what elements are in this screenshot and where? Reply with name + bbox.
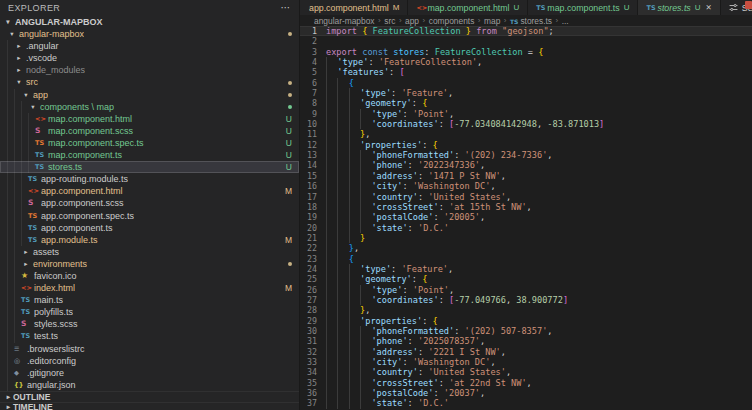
indent-guide — [14, 161, 21, 173]
code-line-7[interactable]: 7'type': 'Feature', — [300, 88, 752, 98]
tree-item-node-modules[interactable]: ▸node_modules — [0, 64, 299, 76]
code-line-22[interactable]: 22}, — [300, 243, 752, 253]
breadcrumb-item-app[interactable]: app — [405, 16, 419, 26]
tree-item-angular-mapbox[interactable]: ▾angular-mapbox — [0, 28, 299, 40]
tree-root-folder[interactable]: ▾ ANGULAR-MAPBOX — [0, 16, 299, 28]
tree-item-environments[interactable]: ▸environments — [0, 258, 299, 270]
code-line-26[interactable]: 26'type': 'Point', — [300, 285, 752, 295]
breadcrumb-label: stores.ts — [520, 16, 552, 26]
code-line-17[interactable]: 17'country': 'United States', — [300, 192, 752, 202]
code-token: { — [422, 98, 427, 108]
tree-item-test-ts[interactable]: TStest.ts — [0, 330, 299, 342]
tree-item-app-component-ts[interactable]: TSapp.component.ts — [0, 222, 299, 234]
tree-item-app-module-ts[interactable]: TSapp.module.tsM — [0, 234, 299, 246]
code-token: '(202) 507-8357' — [465, 326, 548, 336]
indent-guide — [349, 150, 360, 160]
code-line-8[interactable]: 8'geometry': { — [300, 98, 752, 108]
code-line-6[interactable]: 6{ — [300, 78, 752, 88]
code-line-18[interactable]: 18'crossStreet': 'at 15th St NW', — [300, 202, 752, 212]
code-line-23[interactable]: 23{ — [300, 254, 752, 264]
code-line-33[interactable]: 33'city': 'Washington DC', — [300, 357, 752, 367]
code-line-12[interactable]: 12'properties': { — [300, 140, 752, 150]
tree-item-components-map[interactable]: ▾components \ map — [0, 101, 299, 113]
code-line-37[interactable]: 37'state': 'D.C.' — [300, 398, 752, 408]
tree-item-app-component-scss[interactable]: Sapp.component.scss — [0, 197, 299, 209]
tree-item-browserslistrc[interactable]: ☰.browserslistrc — [0, 343, 299, 355]
code-line-32[interactable]: 32'address': '2221 I St NW', — [300, 347, 752, 357]
tab-map-component-html[interactable]: <>map.component.htmlU — [408, 0, 528, 15]
code-line-3[interactable]: 3export const stores: FeatureCollection … — [300, 47, 752, 57]
code-line-35[interactable]: 35'crossStreet': 'at 22nd St NW', — [300, 378, 752, 388]
close-icon[interactable]: ✕ — [706, 3, 712, 12]
tree-item-src[interactable]: ▾src — [0, 76, 299, 88]
line-number: 17 — [300, 192, 326, 202]
tree-item-angular-json[interactable]: {}angular.json — [0, 379, 299, 391]
tree-item-assets[interactable]: ▸assets — [0, 246, 299, 258]
tree-item-angular[interactable]: ▸.angular — [0, 40, 299, 52]
code-line-27[interactable]: 27'coordinates': [-77.049766, 38.900772] — [300, 295, 752, 305]
tree-item-stores-ts[interactable]: TSstores.tsU — [0, 161, 299, 173]
code-line-10[interactable]: 10'coordinates': [-77.034084142948, -83.… — [300, 119, 752, 129]
code-editor[interactable]: 1import { FeatureCollection } from "geoj… — [300, 26, 752, 410]
code-line-2[interactable]: 2 — [300, 36, 752, 46]
tree-item-editorconfig[interactable]: ◎.editorconfig — [0, 355, 299, 367]
timeline-section-header[interactable]: ▸ TIMELINE — [0, 402, 299, 410]
code-line-5[interactable]: 5'features': [ — [300, 67, 752, 77]
tree-item-vscode[interactable]: ▸.vscode — [0, 52, 299, 64]
code-token: , — [527, 202, 532, 212]
code-token: , — [506, 367, 511, 377]
tree-item-map-component-html[interactable]: <>map.component.htmlU — [0, 113, 299, 125]
code-line-14[interactable]: 14'phone': '2022347336', — [300, 160, 752, 170]
indent-guide — [326, 264, 337, 274]
tree-item-index-html[interactable]: <>index.htmlM — [0, 282, 299, 294]
tree-item-styles-scss[interactable]: Sstyles.scss — [0, 318, 299, 330]
code-line-13[interactable]: 13'phoneFormatted': '(202) 234-7336', — [300, 150, 752, 160]
more-actions-icon[interactable]: ⋯ — [281, 5, 291, 11]
code-line-30[interactable]: 30'phoneFormatted': '(202) 507-8357', — [300, 326, 752, 336]
code-line-16[interactable]: 16'city': 'Washington DC', — [300, 181, 752, 191]
code-line-1[interactable]: 1import { FeatureCollection } from "geoj… — [300, 26, 752, 36]
code-line-11[interactable]: 11}, — [300, 129, 752, 139]
line-number: 33 — [300, 357, 326, 367]
breadcrumb-item-src[interactable]: src — [384, 16, 395, 26]
code-line-24[interactable]: 24'type': 'Feature', — [300, 264, 752, 274]
tab-stores-ts[interactable]: TSstores.tsU✕ — [638, 0, 720, 15]
code-line-25[interactable]: 25'geometry': { — [300, 274, 752, 284]
tree-item-favicon-ico[interactable]: ★favicon.ico — [0, 270, 299, 282]
code-line-9[interactable]: 9'type': 'Point', — [300, 109, 752, 119]
breadcrumb-item-stores-ts[interactable]: TSstores.ts — [510, 16, 552, 26]
code-line-34[interactable]: 34'country': 'United States', — [300, 367, 752, 377]
code-line-31[interactable]: 31'phone': '2025078357', — [300, 336, 752, 346]
tree-item-gitignore[interactable]: ◆.gitignore — [0, 367, 299, 379]
code-line-21[interactable]: 21} — [300, 233, 752, 243]
breadcrumb-item-components[interactable]: components — [429, 16, 475, 26]
tree-item-app-component-spec-ts[interactable]: TSapp.component.spec.ts — [0, 210, 299, 222]
code-token: : — [439, 202, 449, 212]
code-line-19[interactable]: 19'postalCode': '20005', — [300, 212, 752, 222]
tree-item-map-component-spec-ts[interactable]: TSmap.component.spec.tsU — [0, 137, 299, 149]
breadcrumb-item-angular-mapbox[interactable]: angular-mapbox — [314, 16, 375, 26]
tree-item-app[interactable]: ▾app — [0, 89, 299, 101]
tree-item-map-component-scss[interactable]: Smap.component.scssU — [0, 125, 299, 137]
code-line-20[interactable]: 20'state': 'D.C.' — [300, 223, 752, 233]
code-token: , — [547, 150, 552, 160]
code-line-28[interactable]: 28}, — [300, 305, 752, 315]
indent-guide — [7, 76, 14, 88]
outline-section-header[interactable]: ▸ OUTLINE — [0, 391, 299, 402]
tree-item-main-ts[interactable]: TSmain.ts — [0, 294, 299, 306]
code-line-29[interactable]: 29'properties': { — [300, 316, 752, 326]
code-line-15[interactable]: 15'address': '1471 P St NW', — [300, 171, 752, 181]
breadcrumb-item-[interactable]: ... — [562, 16, 569, 26]
breadcrumb-label: angular-mapbox — [314, 16, 375, 26]
tree-item-app-routing-module-ts[interactable]: TSapp-routing.module.ts — [0, 173, 299, 185]
tree-item-polyfills-ts[interactable]: TSpolyfills.ts — [0, 306, 299, 318]
breadcrumb-item-map[interactable]: map — [484, 16, 500, 26]
tab-map-component-ts[interactable]: TSmap.component.tsU — [528, 0, 638, 15]
code-line-36[interactable]: 36'postalCode': '20037', — [300, 388, 752, 398]
code-token: : — [424, 47, 434, 57]
tree-item-map-component-ts[interactable]: TSmap.component.tsU — [0, 149, 299, 161]
code-token: "geojson" — [502, 26, 549, 36]
code-line-4[interactable]: 4'type': 'FeatureCollection', — [300, 57, 752, 67]
tree-item-app-component-html[interactable]: <>app.component.htmlM — [0, 185, 299, 197]
tab-app-component-html[interactable]: app.component.htmlM — [300, 0, 408, 15]
